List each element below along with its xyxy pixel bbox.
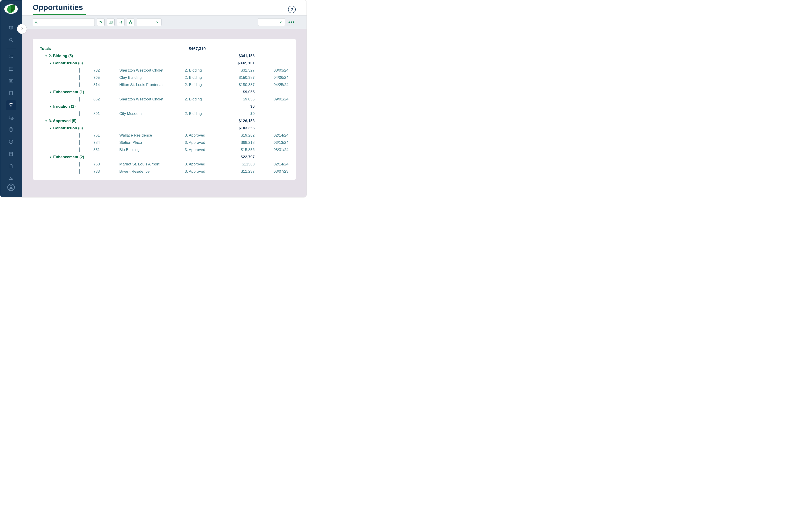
opportunity-row[interactable]: 760Marriot St. Louis Airport3. Approved$…	[40, 161, 289, 168]
sidebar-user[interactable]	[7, 183, 15, 191]
row-date: 04/06/24	[255, 75, 289, 80]
nav-divider	[6, 48, 16, 48]
nav-notes-icon[interactable]	[6, 149, 16, 159]
row-stage: 3. Approved	[185, 162, 224, 167]
group-label: Enhancement (1)	[53, 90, 225, 94]
row-id: 783	[93, 169, 119, 174]
hierarchy-button[interactable]	[127, 18, 135, 26]
nav-layout-icon[interactable]	[6, 51, 16, 61]
row-checkbox[interactable]	[79, 162, 80, 167]
totals-amount: $467,310	[176, 47, 206, 51]
opportunity-row[interactable]: 782Sheraton Westport Chalet2. Bidding$31…	[40, 67, 289, 74]
category-group-row[interactable]: ▼Construction (3)$103,356	[40, 125, 289, 132]
row-amount: $0	[224, 111, 255, 116]
svg-rect-4	[9, 55, 13, 56]
nav-search-icon[interactable]	[6, 35, 16, 45]
group-amount: $0	[225, 104, 255, 109]
group-select[interactable]	[137, 18, 162, 26]
opportunity-row[interactable]: 761Wallace Residence3. Approved$19,28202…	[40, 132, 289, 139]
sidebar: $	[0, 0, 22, 197]
row-name: Sheraton Westport Chalet	[119, 97, 185, 102]
row-name: Wallace Residence	[119, 133, 185, 138]
main-area: Opportunities ?	[22, 0, 307, 197]
opportunity-row[interactable]: 783Bryant Residence3. Approved$11,23703/…	[40, 168, 289, 175]
row-amount: $19,282	[224, 133, 255, 138]
view-select[interactable]	[258, 18, 285, 26]
stage-group-row[interactable]: ▼3. Approved (5)$126,153	[40, 117, 289, 125]
row-checkbox[interactable]	[79, 111, 80, 116]
caret-down-icon: ▼	[45, 55, 47, 57]
category-group-row[interactable]: ▼Irrigation (1)$0	[40, 103, 289, 110]
nav-contact-icon[interactable]	[6, 76, 16, 86]
content-area: Totals $467,310 ▼2. Bidding (5)$341,156▼…	[22, 29, 307, 197]
app-frame: $	[0, 0, 307, 197]
row-name: Hilton St. Louis Frontenac	[119, 83, 185, 87]
opportunity-row[interactable]: 784Station Place3. Approved$68,21803/13/…	[40, 139, 289, 146]
caret-down-icon: ▼	[49, 62, 52, 64]
row-checkbox[interactable]	[79, 133, 80, 138]
opportunities-card: Totals $467,310 ▼2. Bidding (5)$341,156▼…	[33, 39, 296, 180]
category-group-row[interactable]: ▼Construction (3)$332, 101	[40, 60, 289, 67]
row-stage: 2. Bidding	[185, 111, 224, 116]
nav-calendar-icon[interactable]	[6, 64, 16, 74]
svg-point-36	[100, 21, 100, 22]
nav-equipment-icon[interactable]	[6, 173, 16, 183]
page-title: Opportunities	[33, 3, 86, 12]
nav-clipboard-icon[interactable]	[6, 125, 16, 135]
svg-point-33	[35, 21, 37, 23]
row-checkbox[interactable]	[79, 75, 80, 80]
help-icon: ?	[291, 7, 293, 12]
caret-down-icon: ▼	[49, 105, 52, 108]
more-actions-button[interactable]: •••	[287, 19, 296, 25]
totals-row: Totals $467,310	[40, 45, 289, 52]
group-amount: $332, 101	[225, 61, 255, 65]
row-date: 03/03/24	[255, 68, 289, 73]
category-group-row[interactable]: ▼Enhancement (2)$22,797	[40, 154, 289, 161]
stage-group-row[interactable]: ▼2. Bidding (5)$341,156	[40, 52, 289, 60]
row-id: 784	[93, 140, 119, 145]
help-button[interactable]: ?	[288, 6, 296, 13]
row-checkbox[interactable]	[79, 140, 80, 145]
svg-point-2	[9, 38, 12, 41]
group-label: 2. Bidding (5)	[49, 54, 225, 58]
row-id: 761	[93, 133, 119, 138]
svg-point-40	[100, 23, 100, 23]
sidebar-expand-handle[interactable]	[17, 24, 27, 34]
row-checkbox[interactable]	[79, 68, 80, 73]
svg-point-29	[9, 179, 11, 180]
row-checkbox[interactable]	[79, 97, 80, 102]
nav-schedule-icon[interactable]	[6, 112, 16, 122]
nav-invoice-icon[interactable]: $	[6, 161, 16, 171]
sort-button[interactable]	[117, 18, 124, 26]
nav-billing-icon[interactable]: $	[6, 23, 16, 33]
search-input[interactable]	[33, 18, 95, 26]
row-checkbox[interactable]	[79, 169, 80, 174]
nav-building-icon[interactable]	[6, 88, 16, 98]
opportunity-row[interactable]: 814Hilton St. Louis Frontenac2. Bidding$…	[40, 81, 289, 88]
search-icon	[34, 20, 38, 24]
opportunity-row[interactable]: 891City Museum2. Bidding$0	[40, 110, 289, 117]
opportunity-row[interactable]: 852Sheraton Westport Chalet2. Bidding$9,…	[40, 96, 289, 103]
row-checkbox[interactable]	[79, 147, 80, 152]
row-id: 852	[93, 97, 119, 102]
opportunity-row[interactable]: 851Bio Building3. Approved$15,85608/31/2…	[40, 146, 289, 154]
svg-rect-46	[131, 23, 132, 24]
svg-text:$: $	[10, 27, 11, 29]
filter-button[interactable]	[97, 18, 105, 26]
app-logo[interactable]	[4, 4, 18, 14]
sidebar-nav: $	[0, 23, 22, 183]
row-stage: 2. Bidding	[185, 68, 224, 73]
columns-button[interactable]	[107, 18, 115, 26]
svg-point-38	[101, 22, 102, 23]
row-checkbox[interactable]	[79, 82, 80, 87]
caret-down-icon: ▼	[45, 119, 47, 122]
chevron-down-icon	[279, 20, 283, 24]
category-group-row[interactable]: ▼Enhancement (1)$9,055	[40, 88, 289, 96]
opportunity-row[interactable]: 795Clay Building2. Bidding$150,38704/06/…	[40, 74, 289, 81]
nav-reports-icon[interactable]	[6, 137, 16, 147]
nav-opportunities-icon[interactable]	[6, 100, 16, 110]
group-amount: $103,356	[225, 126, 255, 131]
group-amount: $22,797	[225, 155, 255, 159]
row-date: 09/01/24	[255, 97, 289, 102]
group-amount: $9,055	[225, 90, 255, 94]
